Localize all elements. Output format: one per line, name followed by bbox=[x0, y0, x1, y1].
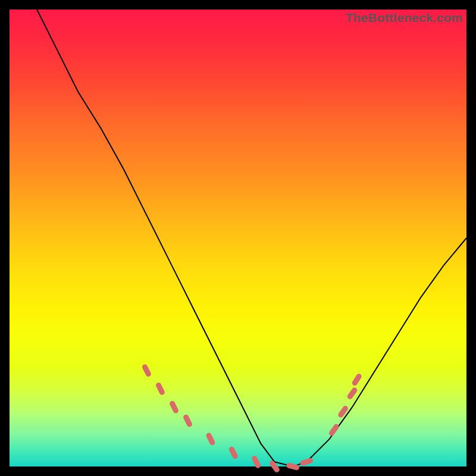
curve-marker bbox=[351, 372, 362, 386]
plot-area: TheBottleneck.com bbox=[10, 10, 466, 466]
bottleneck-curve bbox=[37, 10, 466, 466]
curve-marker bbox=[328, 423, 340, 437]
marker-group bbox=[141, 364, 362, 474]
curve-layer bbox=[10, 10, 466, 466]
curve-marker bbox=[346, 387, 358, 400]
chart-frame: TheBottleneck.com bbox=[0, 0, 476, 476]
curve-marker bbox=[228, 446, 239, 460]
curve-marker bbox=[337, 405, 349, 418]
curve-marker bbox=[183, 414, 193, 428]
curve-marker bbox=[251, 455, 262, 469]
curve-marker bbox=[155, 382, 165, 396]
curve-marker bbox=[299, 458, 314, 466]
curve-marker bbox=[286, 462, 300, 471]
curve-marker bbox=[141, 364, 152, 378]
curve-marker bbox=[169, 400, 180, 414]
curve-marker bbox=[205, 432, 216, 446]
